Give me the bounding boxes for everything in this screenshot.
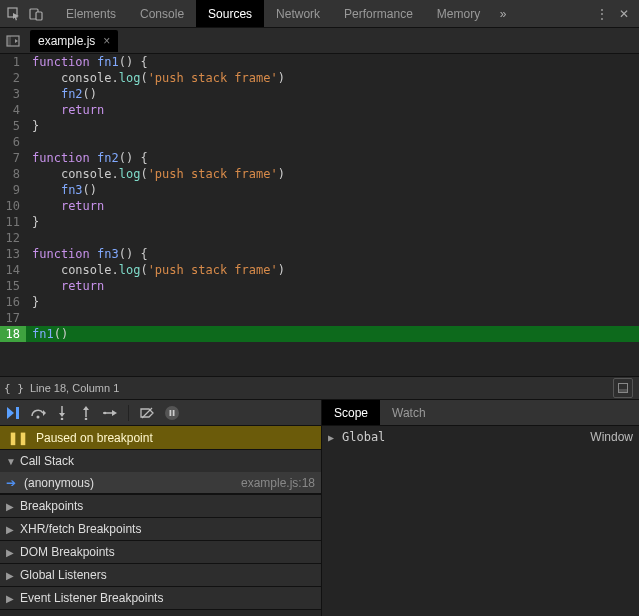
code-text: function fn2() { xyxy=(26,150,639,166)
triangle-down-icon: ▼ xyxy=(6,456,16,467)
panel-tab-network[interactable]: Network xyxy=(264,0,332,27)
inspect-icon[interactable] xyxy=(4,4,24,24)
step-over-icon[interactable] xyxy=(30,405,46,421)
step-into-icon[interactable] xyxy=(54,405,70,421)
code-text xyxy=(26,230,639,246)
triangle-right-icon: ▶ xyxy=(6,501,16,512)
code-line[interactable]: 15 return xyxy=(0,278,639,294)
call-stack-frame[interactable]: ➔ (anonymous) example.js:18 xyxy=(0,472,321,494)
code-text: } xyxy=(26,118,639,134)
code-text: fn3() xyxy=(26,182,639,198)
code-line[interactable]: 17 xyxy=(0,310,639,326)
line-number[interactable]: 12 xyxy=(0,230,26,246)
line-number[interactable]: 9 xyxy=(0,182,26,198)
code-line[interactable]: 14 console.log('push stack frame') xyxy=(0,262,639,278)
line-number[interactable]: 1 xyxy=(0,54,26,70)
overflow-tabs-icon[interactable]: » xyxy=(492,3,514,25)
xhr-breakpoints-section: ▶ XHR/fetch Breakpoints xyxy=(0,518,321,541)
line-number[interactable]: 8 xyxy=(0,166,26,182)
step-icon[interactable] xyxy=(102,405,118,421)
section-title: DOM Breakpoints xyxy=(20,545,115,559)
line-number[interactable]: 3 xyxy=(0,86,26,102)
panel-tab-console[interactable]: Console xyxy=(128,0,196,27)
line-number[interactable]: 5 xyxy=(0,118,26,134)
svg-rect-23 xyxy=(173,410,175,416)
deactivate-breakpoints-icon[interactable] xyxy=(139,405,155,421)
step-out-icon[interactable] xyxy=(78,405,94,421)
right-tab-watch[interactable]: Watch xyxy=(380,400,438,425)
panel-tab-performance[interactable]: Performance xyxy=(332,0,425,27)
code-text: fn1() xyxy=(26,326,639,342)
close-tab-icon[interactable]: × xyxy=(103,34,110,48)
line-number[interactable]: 11 xyxy=(0,214,26,230)
xhr-breakpoints-header[interactable]: ▶ XHR/fetch Breakpoints xyxy=(0,518,321,540)
scope-value: Window xyxy=(590,430,633,444)
triangle-right-icon: ▶ xyxy=(6,570,16,581)
file-tab[interactable]: example.js × xyxy=(30,30,118,52)
line-number[interactable]: 16 xyxy=(0,294,26,310)
breakpoints-header[interactable]: ▶ Breakpoints xyxy=(0,495,321,517)
line-number[interactable]: 13 xyxy=(0,246,26,262)
event-listener-breakpoints-header[interactable]: ▶ Event Listener Breakpoints xyxy=(0,587,321,609)
close-devtools-icon[interactable]: ✕ xyxy=(613,3,635,25)
pretty-print-icon[interactable]: { } xyxy=(0,382,28,395)
svg-marker-8 xyxy=(7,407,14,419)
code-line[interactable]: 4 return xyxy=(0,102,639,118)
panel-tab-memory[interactable]: Memory xyxy=(425,0,492,27)
triangle-right-icon: ▶ xyxy=(6,593,16,604)
code-line[interactable]: 13function fn3() { xyxy=(0,246,639,262)
right-tab-scope[interactable]: Scope xyxy=(322,400,380,425)
code-line[interactable]: 3 fn2() xyxy=(0,86,639,102)
line-number[interactable]: 2 xyxy=(0,70,26,86)
code-line[interactable]: 11} xyxy=(0,214,639,230)
line-number[interactable]: 10 xyxy=(0,198,26,214)
scope-row-global[interactable]: ▶ Global Window xyxy=(328,430,633,444)
resume-icon[interactable] xyxy=(6,405,22,421)
code-text: fn2() xyxy=(26,86,639,102)
triangle-right-icon: ▶ xyxy=(6,524,16,535)
pause-exceptions-icon[interactable] xyxy=(163,405,179,421)
code-line[interactable]: 9 fn3() xyxy=(0,182,639,198)
line-number[interactable]: 4 xyxy=(0,102,26,118)
code-line[interactable]: 10 return xyxy=(0,198,639,214)
line-number[interactable]: 15 xyxy=(0,278,26,294)
code-line[interactable]: 2 console.log('push stack frame') xyxy=(0,70,639,86)
paused-label: Paused on breakpoint xyxy=(36,431,153,445)
line-number[interactable]: 7 xyxy=(0,150,26,166)
call-stack-section: ▼ Call Stack ➔ (anonymous) example.js:18 xyxy=(0,450,321,495)
file-tab-bar: example.js × xyxy=(0,28,639,54)
code-line[interactable]: 5} xyxy=(0,118,639,134)
svg-marker-5 xyxy=(15,39,18,43)
panel-tab-sources[interactable]: Sources xyxy=(196,0,264,27)
code-text: } xyxy=(26,214,639,230)
line-number[interactable]: 14 xyxy=(0,262,26,278)
code-line[interactable]: 6 xyxy=(0,134,639,150)
code-line[interactable]: 18fn1() xyxy=(0,326,639,342)
line-number[interactable]: 17 xyxy=(0,310,26,326)
section-title: Global Listeners xyxy=(20,568,107,582)
svg-rect-22 xyxy=(170,410,172,416)
stack-frame-fn: (anonymous) xyxy=(24,476,94,490)
code-text: function fn3() { xyxy=(26,246,639,262)
line-number[interactable]: 18 xyxy=(0,326,26,342)
show-navigator-icon[interactable] xyxy=(0,28,26,54)
code-line[interactable]: 16} xyxy=(0,294,639,310)
dom-breakpoints-header[interactable]: ▶ DOM Breakpoints xyxy=(0,541,321,563)
panel-tab-elements[interactable]: Elements xyxy=(54,0,128,27)
code-line[interactable]: 12 xyxy=(0,230,639,246)
line-number[interactable]: 6 xyxy=(0,134,26,150)
dom-breakpoints-section: ▶ DOM Breakpoints xyxy=(0,541,321,564)
code-line[interactable]: 8 console.log('push stack frame') xyxy=(0,166,639,182)
global-listeners-section: ▶ Global Listeners xyxy=(0,564,321,587)
global-listeners-header[interactable]: ▶ Global Listeners xyxy=(0,564,321,586)
device-toggle-icon[interactable] xyxy=(26,4,46,24)
svg-marker-16 xyxy=(83,406,89,410)
code-line[interactable]: 7function fn2() { xyxy=(0,150,639,166)
settings-menu-icon[interactable]: ⋮ xyxy=(591,3,613,25)
section-title: Breakpoints xyxy=(20,499,83,513)
code-editor[interactable]: 1function fn1() {2 console.log('push sta… xyxy=(0,54,639,376)
toggle-sidebar-icon[interactable] xyxy=(613,378,633,398)
svg-marker-13 xyxy=(59,413,65,417)
call-stack-header[interactable]: ▼ Call Stack xyxy=(0,450,321,472)
code-line[interactable]: 1function fn1() { xyxy=(0,54,639,70)
